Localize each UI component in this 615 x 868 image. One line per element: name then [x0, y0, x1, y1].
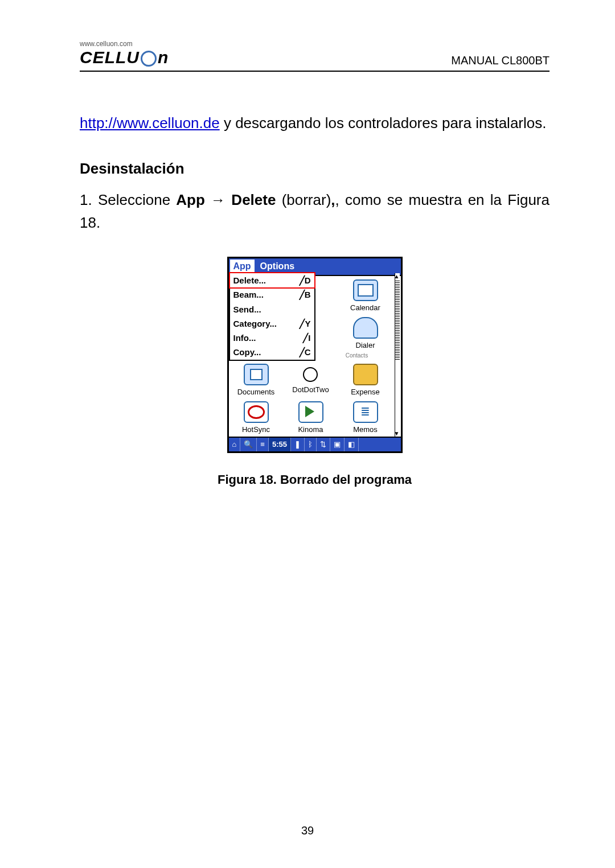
hotsync-icon: [244, 401, 269, 423]
menu-item-label: Info...: [233, 331, 256, 344]
menu-item-shortcut: ╱B: [300, 288, 311, 301]
status-home-icon[interactable]: ⌂: [229, 438, 241, 451]
dialer-icon: [353, 317, 378, 339]
app-label: Dialer: [338, 340, 393, 351]
status-menu-icon[interactable]: ≡: [257, 438, 269, 451]
page-header: www.celluon.com CELLU n MANUAL CL800BT: [80, 40, 550, 72]
menu-item-shortcut: ╱Y: [300, 317, 310, 330]
figure-wrap: App Options Delete...╱DBeam...╱BSend...C…: [80, 257, 550, 489]
brand-word-right: n: [158, 48, 169, 67]
calendar-icon: [353, 279, 378, 301]
status-search-icon[interactable]: 🔍: [240, 438, 257, 451]
figure-caption: Figura 18. Borrado del programa: [80, 470, 550, 489]
step-1: 1. Seleccione App → Delete (borrar),, co…: [80, 188, 550, 235]
palm-status-bar: ⌂ 🔍 ≡ 5:55 ❚ ᛒ ⇅ ▣ ◧: [229, 437, 401, 451]
brand-url: www.celluon.com: [80, 40, 169, 48]
app-calendar[interactable]: Calendar: [338, 277, 393, 315]
status-time[interactable]: 5:55: [269, 438, 291, 451]
menu-item-shortcut: ╱I: [303, 331, 310, 344]
obscured-right: Contacts: [346, 351, 368, 360]
menu-item-label: Category...: [233, 317, 277, 330]
status-bluetooth-icon[interactable]: ᛒ: [305, 438, 317, 451]
status-alert-icon[interactable]: ❚: [291, 438, 305, 451]
page-number: 39: [0, 824, 615, 837]
palm-screenshot: App Options Delete...╱DBeam...╱BSend...C…: [227, 257, 403, 453]
brand-wordmark: CELLU n: [80, 48, 169, 67]
brand-word-left: CELLU: [80, 48, 140, 67]
menu-item-label: Beam...: [233, 288, 264, 301]
app-dialer[interactable]: Dialer: [338, 315, 393, 352]
status-signal-icon[interactable]: ⇅: [317, 438, 330, 451]
palm-menu-item-beam[interactable]: Beam...╱B: [230, 287, 314, 302]
palm-menu-item-delete[interactable]: Delete...╱D: [229, 272, 315, 289]
app-memos[interactable]: Memos: [338, 399, 393, 437]
menu-item-shortcut: ╱D: [300, 274, 311, 287]
step-app-bold: App: [176, 191, 205, 208]
status-tray-icon[interactable]: ◧: [345, 438, 359, 451]
step-comma: ,: [331, 191, 335, 208]
step-delete-bold: Delete: [231, 191, 276, 208]
app-hotsync[interactable]: HotSync: [229, 399, 284, 437]
memos-icon: [353, 401, 378, 423]
app-dotdottwo[interactable]: DotDotTwo: [284, 361, 338, 399]
palm-menu-item-info[interactable]: Info...╱I: [230, 331, 314, 345]
section-heading: Desinstalación: [80, 157, 550, 180]
app-label: Calendar: [338, 302, 393, 314]
expense-icon: [353, 364, 378, 385]
palm-app-dropdown: Delete...╱DBeam...╱BSend...Category...╱Y…: [229, 272, 315, 361]
status-battery-icon[interactable]: ▣: [330, 438, 345, 451]
app-kinoma[interactable]: Kinoma: [284, 399, 338, 437]
app-label: DotDotTwo: [284, 384, 338, 396]
documents-icon: [244, 364, 269, 385]
download-link[interactable]: http://www.celluon.de: [80, 114, 220, 131]
app-documents[interactable]: Documents: [229, 361, 284, 399]
palm-menu-item-category[interactable]: Category...╱Y: [230, 316, 314, 331]
app-label: Expense: [338, 386, 393, 398]
palm-scrollbar[interactable]: [395, 273, 400, 437]
app-expense[interactable]: Expense: [338, 361, 393, 399]
app-label: Memos: [338, 424, 393, 435]
app-label: HotSync: [229, 424, 284, 435]
kinoma-icon: [298, 401, 323, 423]
app-label: Documents: [229, 386, 284, 398]
app-label: Kinoma: [284, 424, 338, 435]
menu-item-shortcut: ╱C: [300, 345, 311, 359]
manual-page: www.celluon.com CELLU n MANUAL CL800BT h…: [0, 0, 615, 868]
menu-item-label: Delete...: [233, 274, 266, 287]
manual-label: MANUAL CL800BT: [451, 54, 550, 67]
brand-ring-icon: [141, 51, 157, 67]
step-arrow: →: [205, 191, 231, 208]
step-paren: (borrar): [276, 191, 331, 208]
palm-menu-item-copy[interactable]: Copy...╱C: [230, 345, 314, 359]
dotdottwo-icon: [300, 364, 322, 383]
brand-logo: www.celluon.com CELLU n: [80, 40, 169, 67]
menu-item-label: Copy...: [233, 345, 261, 359]
palm-menu-item-send[interactable]: Send...: [230, 302, 314, 316]
intro-paragraph: http://www.celluon.de y descargando los …: [80, 112, 550, 134]
page-body: http://www.celluon.de y descargando los …: [80, 72, 550, 489]
menu-item-label: Send...: [233, 303, 261, 316]
intro-rest: y descargando los controladores para ins…: [220, 114, 547, 131]
scroll-thumb[interactable]: [395, 280, 400, 360]
step-prefix: 1. Seleccione: [80, 191, 176, 208]
